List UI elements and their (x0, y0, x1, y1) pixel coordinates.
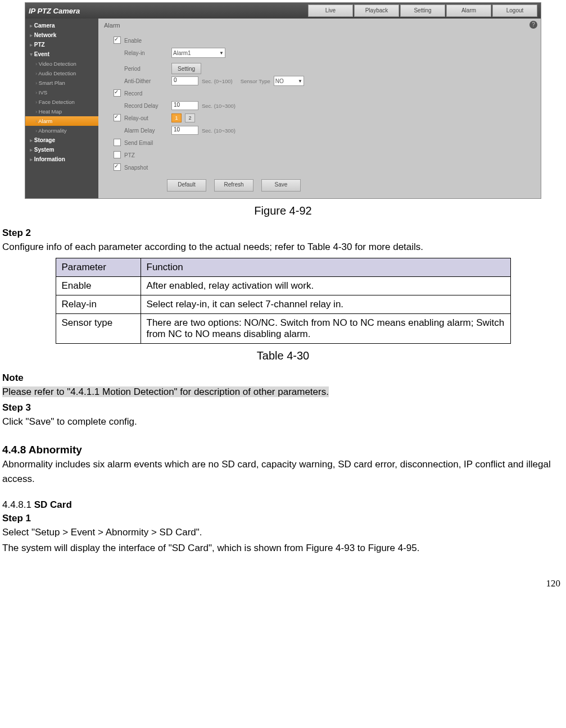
tab-alarm[interactable]: Alarm (446, 4, 491, 17)
section-448-heading: 4.4.8 Abnormity (2, 444, 564, 456)
table-header-param: Parameter (56, 258, 141, 277)
sensor-type-value: NO (275, 78, 284, 84)
relay-in-label: Relay-in (124, 50, 168, 56)
screenshot-app: IP PTZ Camera Live Playback Setting Alar… (25, 2, 541, 199)
table-row: Sensor type There are two options: NO/NC… (56, 314, 510, 344)
anti-dither-label: Anti-Dither (124, 78, 168, 84)
tab-playback[interactable]: Playback (354, 4, 399, 17)
table-caption: Table 4-30 (2, 349, 564, 362)
enable-label: Enable (124, 38, 168, 44)
sidebar-information[interactable]: Information (25, 154, 98, 164)
record-delay-input[interactable]: 10 (171, 101, 198, 110)
sidebar: Camera Network PTZ Event Video Detection… (25, 19, 98, 198)
ptz-label: PTZ (124, 152, 168, 158)
tab-setting[interactable]: Setting (400, 4, 445, 17)
note-text: Please refer to "4.4.1.1 Motion Detectio… (2, 386, 329, 397)
period-label: Period (124, 66, 168, 72)
app-body: Camera Network PTZ Event Video Detection… (25, 19, 541, 198)
sidebar-face-detection[interactable]: Face Detection (25, 97, 98, 107)
sidebar-ivs[interactable]: IVS (25, 88, 98, 97)
anti-dither-input[interactable]: 0 (171, 76, 198, 85)
table-row: Enable After enabled, relay activation w… (56, 277, 510, 295)
subsection-4481-heading: 4.4.8.1 SD Card (2, 499, 564, 511)
app-header: IP PTZ Camera Live Playback Setting Alar… (25, 3, 541, 19)
alarm-delay-hint: Sec. (10~300) (202, 128, 236, 134)
relay-out-label: Relay-out (124, 115, 168, 121)
sidebar-smart-plan[interactable]: Smart Plan (25, 78, 98, 88)
snapshot-label: Snapshot (124, 165, 168, 171)
alarm-delay-input[interactable]: 10 (171, 126, 198, 135)
default-button[interactable]: Default (167, 179, 206, 192)
sidebar-abnormality[interactable]: Abnormality (25, 126, 98, 135)
snapshot-checkbox[interactable] (114, 163, 121, 171)
tab-logout[interactable]: Logout (492, 4, 537, 17)
relay-in-value: Alarm1 (173, 50, 191, 56)
table-row: Relay-in Select relay-in, it can select … (56, 295, 510, 314)
sidebar-heat-map[interactable]: Heat Map (25, 107, 98, 116)
record-delay-label: Record Delay (124, 103, 168, 109)
page-number: 120 (2, 578, 564, 589)
refresh-button[interactable]: Refresh (214, 179, 253, 192)
send-email-label: Send Email (124, 140, 168, 146)
sidebar-alarm[interactable]: Alarm (25, 116, 98, 126)
sidebar-system[interactable]: System (25, 145, 98, 154)
section-448-text: Abnormality includes six alarm events wh… (2, 457, 564, 487)
sidebar-storage[interactable]: Storage (25, 135, 98, 145)
sidebar-camera[interactable]: Camera (25, 21, 98, 30)
relay-in-select[interactable]: Alarm1 ▼ (171, 48, 225, 58)
step3-title: Step 3 (2, 402, 564, 413)
sensor-type-select[interactable]: NO ▼ (274, 76, 304, 86)
app-title: IP PTZ Camera (29, 7, 308, 15)
sidebar-event[interactable]: Event (25, 49, 98, 59)
relay-out-checkbox[interactable] (114, 114, 121, 121)
save-button[interactable]: Save (261, 179, 301, 192)
alarm-delay-label: Alarm Delay (124, 128, 168, 134)
settings-panel: ? Alarm Enable Relay-in Alarm1 ▼ (98, 19, 541, 198)
chevron-down-icon: ▼ (219, 51, 224, 56)
enable-checkbox[interactable] (114, 37, 121, 44)
sub-step1-text1: Select "Setup > Event > Abnormity > SD C… (2, 525, 564, 540)
record-label: Record (124, 90, 168, 97)
panel-title: Alarm (104, 22, 535, 34)
record-checkbox[interactable] (114, 89, 121, 97)
figure-caption: Figure 4-92 (2, 204, 564, 217)
sidebar-network[interactable]: Network (25, 30, 98, 40)
tab-live[interactable]: Live (308, 4, 353, 17)
step3-text: Click "Save" to complete config. (2, 415, 564, 429)
record-delay-hint: Sec. (10~300) (202, 103, 236, 109)
top-tabs: Live Playback Setting Alarm Logout (308, 4, 537, 17)
sidebar-ptz[interactable]: PTZ (25, 40, 98, 49)
relay-out-chip-1[interactable]: 1 (171, 113, 182, 122)
chevron-down-icon: ▼ (298, 79, 302, 84)
parameter-table: Parameter Function Enable After enabled,… (56, 258, 511, 344)
ptz-checkbox[interactable] (114, 151, 121, 158)
anti-dither-hint: Sec. (0~100) (202, 78, 233, 84)
sub-step1-title: Step 1 (2, 513, 564, 524)
sidebar-audio-detection[interactable]: Audio Detection (25, 69, 98, 78)
step2-title: Step 2 (2, 228, 564, 239)
note-title: Note (2, 372, 564, 384)
sensor-type-label: Sensor Type (241, 78, 270, 84)
send-email-checkbox[interactable] (114, 139, 121, 146)
period-setting-button[interactable]: Setting (171, 63, 201, 74)
relay-out-chip-2[interactable]: 2 (185, 113, 195, 122)
help-icon[interactable]: ? (529, 21, 537, 29)
table-header-func: Function (141, 258, 510, 277)
step2-text: Configure info of each parameter accordi… (2, 240, 564, 254)
sub-step1-text2: The system will display the interface of… (2, 541, 564, 556)
sidebar-video-detection[interactable]: Video Detection (25, 59, 98, 69)
